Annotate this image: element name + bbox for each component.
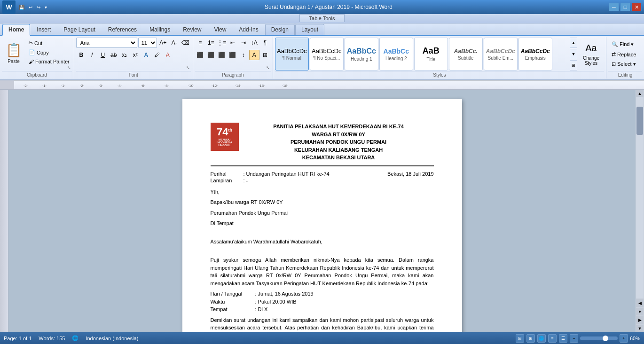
status-bar: Page: 1 of 1 Words: 155 🌐 Indonesian (In… [0,332,644,344]
paragraph-expand-icon[interactable]: ⤡ [266,65,272,71]
style-title[interactable]: AaB Title [414,38,448,70]
tab-insert[interactable]: Insert [31,24,57,35]
styles-scroll-down[interactable]: ▼ [570,49,577,59]
style-subtle-em[interactable]: AaBbCcDc Subtle Em... [484,38,518,70]
style-normal-preview: AaBbCcDc [277,47,307,55]
minimize-btn[interactable]: ─ [609,3,619,11]
show-hide-btn[interactable]: ¶ [260,38,270,48]
paragraph-group-label: Paragraph [195,71,271,78]
scroll-prev-page[interactable]: ◀ [636,299,644,307]
align-right-btn[interactable]: ⬛ [217,50,227,60]
recipient1: Bapak/Ibu warga RT 0X/RW 0Y [211,198,434,206]
underline-button[interactable]: U [98,50,108,60]
styles-scroll-up[interactable]: ▲ [570,38,577,48]
document[interactable]: 74 th MENUJUINDONESIAUNGGUL PANITIA PELA… [182,99,462,332]
decrease-indent-btn[interactable]: ⇤ [228,38,238,48]
scroll-next-page[interactable]: ▶ [636,316,644,324]
clipboard-expand-icon[interactable]: ⤡ [67,65,73,71]
clipboard-small-btns: ✂ Cut 📄 Copy 🖌 Format Painter [26,39,72,66]
tab-home[interactable]: Home [2,24,30,36]
close-btn[interactable]: ✕ [631,3,642,11]
tab-mailings[interactable]: Mailings [143,24,176,35]
tab-view[interactable]: View [208,24,233,35]
zoom-slider[interactable] [580,336,618,340]
increase-indent-btn[interactable]: ⇥ [238,38,249,48]
numbering-btn[interactable]: 1≡ [206,38,216,48]
select-button[interactable]: ⊡ Select ▾ [608,60,639,69]
styles-dropdown[interactable]: ⊞ [570,60,577,70]
shading-btn[interactable]: A [249,50,259,60]
print-layout-btn[interactable]: ⊟ [516,334,524,343]
style-no-spacing[interactable]: AaBbCcDc ¶ No Spaci... [310,38,344,70]
align-center-btn[interactable]: ⬛ [206,50,216,60]
clear-format-btn[interactable]: ⌫ [181,38,191,48]
text-highlight-btn[interactable]: 🖊 [152,50,162,60]
font-expand-icon[interactable]: ⤡ [186,65,192,71]
scroll-arrow-down[interactable]: ▼ [636,325,644,332]
scroll-arrow-up[interactable]: ▲ [636,90,644,97]
tab-layout[interactable]: Layout [295,24,324,35]
font-size-select[interactable]: 11 [138,38,157,48]
full-reading-btn[interactable]: ⊞ [526,334,535,343]
redo-quick-btn[interactable]: ↪ [35,4,42,11]
tab-page-layout[interactable]: Page Layout [57,24,101,35]
document-area[interactable]: 74 th MENUJUINDONESIAUNGGUL PANITIA PELA… [8,90,636,332]
sort-btn[interactable]: ↕A [249,38,259,48]
bullets-btn[interactable]: ≡ [195,38,205,48]
multilevel-btn[interactable]: ⋮≡ [217,38,227,48]
format-painter-button[interactable]: 🖌 Format Painter [26,57,72,66]
maximize-btn[interactable]: □ [620,3,630,11]
font-format-row: B I U ab x₂ x² A 🖊 A [76,50,173,60]
align-left-btn[interactable]: ⬛ [195,50,205,60]
scroll-select-browse[interactable]: ● [636,308,644,315]
tab-references[interactable]: References [102,24,143,35]
hari-label: Hari / Tanggal [211,290,248,298]
style-normal[interactable]: AaBbCcDc ¶ Normal [275,38,309,70]
zoom-out-btn[interactable]: − [570,334,578,343]
clipboard-group-label: Clipboard [2,71,72,78]
line-spacing-btn[interactable]: ↕ [238,50,249,60]
font-family-select[interactable]: Arial [76,38,137,48]
table-tools-label: Table Tools [299,14,345,22]
undo-quick-btn[interactable]: ↩ [27,4,34,11]
style-subtitle-preview: AaBbCc. [454,48,478,55]
scroll-track[interactable] [636,97,644,298]
font-color-btn[interactable]: A [163,50,173,60]
draft-btn[interactable]: ☰ [559,334,567,343]
tempat-label: Tempat [211,305,248,313]
replace-button[interactable]: ⇄ Replace [608,50,639,59]
scroll-thumb[interactable] [636,107,643,135]
bold-button[interactable]: B [76,50,86,60]
svg-text:·4·: ·4· [118,84,122,88]
font-size-increase-btn[interactable]: A+ [158,38,168,48]
style-subtitle[interactable]: AaBbCc. Subtitle [449,38,483,70]
tab-design[interactable]: Design [265,24,295,35]
subscript-btn[interactable]: x₂ [119,50,130,60]
justify-btn[interactable]: ⬛ [228,50,238,60]
zoom-in-btn[interactable]: + [620,334,628,343]
web-layout-btn[interactable]: 🌐 [537,334,546,343]
copy-button[interactable]: 📄 Copy [26,48,72,57]
change-styles-button[interactable]: Aa Change Styles [578,38,604,70]
paste-button[interactable]: 📋 Paste [2,38,25,69]
outline-btn[interactable]: ≡ [548,334,557,343]
style-emphasis[interactable]: AaBbCcDc Emphasis [518,38,552,70]
text-effects-btn[interactable]: A [141,50,151,60]
style-heading1[interactable]: AaBbCc Heading 1 [345,38,378,70]
style-heading2-label: Heading 2 [385,56,407,61]
find-button[interactable]: 🔍 Find ▾ [608,40,637,49]
superscript-btn[interactable]: x² [130,50,141,60]
tab-addins[interactable]: Add-Ins [233,24,264,35]
font-size-decrease-btn[interactable]: A- [169,38,180,48]
strikethrough-btn[interactable]: ab [109,50,119,60]
tab-review[interactable]: Review [177,24,207,35]
para-row-1: ≡ 1≡ ⋮≡ ⇤ ⇥ ↕A ¶ [195,38,270,48]
borders-btn[interactable]: ⊞ [260,50,270,60]
customize-quick-btn[interactable]: ▾ [43,4,48,11]
cut-button[interactable]: ✂ Cut [26,39,72,47]
tempat-value: : Di X [255,305,434,313]
logo-text: MENUJUINDONESIAUNGGUL [217,138,232,147]
italic-button[interactable]: I [87,50,97,60]
save-quick-btn[interactable]: 💾 [17,4,26,11]
style-heading2[interactable]: AaBbCc Heading 2 [379,38,413,70]
